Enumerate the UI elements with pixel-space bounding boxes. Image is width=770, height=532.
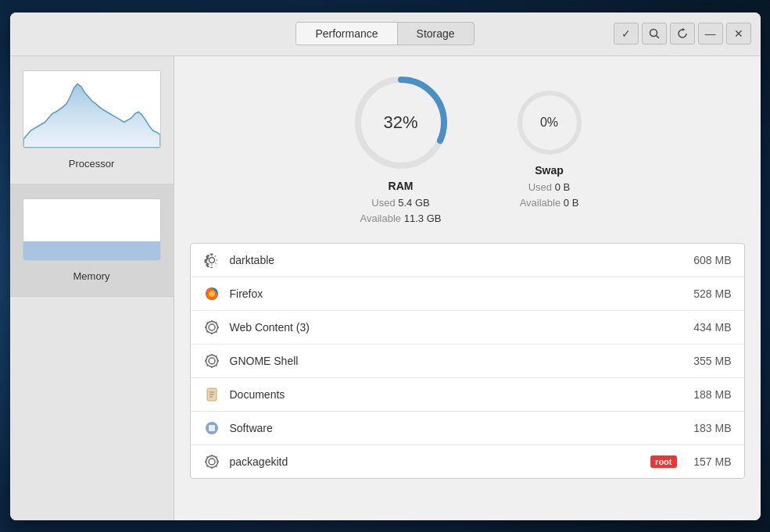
process-memory: 608 MB bbox=[685, 254, 732, 266]
svg-point-0 bbox=[650, 30, 657, 37]
svg-point-9 bbox=[209, 324, 215, 330]
table-row[interactable]: darktable 608 MB bbox=[191, 244, 744, 277]
svg-point-19 bbox=[209, 459, 215, 465]
process-memory: 183 MB bbox=[685, 422, 732, 434]
processor-chart bbox=[23, 70, 161, 148]
process-memory: 355 MB bbox=[685, 355, 732, 367]
refresh-button[interactable] bbox=[670, 23, 695, 45]
ram-percent: 32% bbox=[383, 112, 417, 133]
process-memory: 157 MB bbox=[685, 455, 732, 468]
main-content: Processor Memory bbox=[10, 56, 761, 520]
ram-title: RAM bbox=[389, 180, 414, 192]
main-window: Performance Storage ✓ — ✕ bbox=[10, 12, 761, 520]
svg-point-6 bbox=[209, 258, 214, 263]
software-icon bbox=[203, 420, 220, 437]
check-button[interactable]: ✓ bbox=[614, 23, 639, 45]
tab-performance[interactable]: Performance bbox=[296, 23, 397, 45]
process-memory: 434 MB bbox=[685, 321, 732, 334]
documents-icon bbox=[203, 386, 220, 403]
process-memory: 528 MB bbox=[685, 287, 732, 300]
search-button[interactable] bbox=[642, 23, 667, 45]
svg-line-1 bbox=[656, 36, 659, 39]
process-name: Software bbox=[230, 422, 685, 434]
firefox-icon bbox=[203, 285, 220, 302]
process-list: darktable 608 MB Firefox 528 MB bbox=[190, 243, 745, 479]
memory-label: Memory bbox=[16, 267, 167, 288]
gnome-shell-icon bbox=[203, 352, 220, 370]
memory-chart bbox=[23, 198, 161, 261]
process-name: GNOME Shell bbox=[230, 355, 685, 367]
root-badge: root bbox=[650, 455, 676, 468]
sidebar: Processor Memory bbox=[10, 56, 174, 520]
process-name: Web Content (3) bbox=[230, 321, 685, 334]
process-memory: 188 MB bbox=[685, 388, 732, 401]
titlebar-actions: ✓ — ✕ bbox=[614, 23, 751, 45]
webcontent-icon bbox=[203, 319, 220, 336]
ram-info: Used 5.4 GB Available 11.3 GB bbox=[360, 195, 442, 228]
minimize-button[interactable]: — bbox=[698, 23, 723, 45]
content-area[interactable]: 32% RAM Used 5.4 GB Available 11.3 GB bbox=[174, 56, 761, 520]
titlebar: Performance Storage ✓ — ✕ bbox=[10, 12, 761, 56]
close-button[interactable]: ✕ bbox=[726, 23, 751, 45]
svg-point-8 bbox=[209, 291, 215, 297]
table-row[interactable]: Firefox 528 MB bbox=[191, 277, 744, 311]
svg-rect-18 bbox=[209, 425, 215, 431]
table-row[interactable]: Software 183 MB bbox=[191, 412, 744, 445]
gauges-section: 32% RAM Used 5.4 GB Available 11.3 GB bbox=[190, 72, 745, 228]
sidebar-item-processor[interactable]: Processor bbox=[10, 56, 174, 184]
table-row[interactable]: packagekitd root 157 MB bbox=[191, 445, 744, 478]
swap-title: Swap bbox=[535, 164, 564, 177]
table-row[interactable]: Web Content (3) 434 MB bbox=[191, 311, 744, 345]
ram-gauge-container: 32% RAM Used 5.4 GB Available 11.3 GB bbox=[350, 72, 452, 228]
swap-gauge: 0% bbox=[514, 87, 585, 158]
tab-group: Performance Storage bbox=[295, 22, 474, 45]
process-name: Documents bbox=[230, 388, 685, 401]
swap-gauge-container: 0% Swap Used 0 B Available 0 B bbox=[514, 87, 585, 212]
swap-percent: 0% bbox=[540, 116, 558, 130]
process-name: packagekitd bbox=[230, 455, 651, 468]
ram-gauge: 32% bbox=[350, 72, 452, 173]
svg-point-10 bbox=[206, 322, 217, 334]
table-row[interactable]: Documents 188 MB bbox=[191, 378, 744, 412]
svg-point-20 bbox=[206, 456, 217, 468]
svg-point-12 bbox=[206, 355, 217, 367]
processor-label: Processor bbox=[16, 155, 167, 176]
svg-point-11 bbox=[209, 358, 215, 364]
process-name: darktable bbox=[230, 254, 685, 266]
darktable-icon bbox=[203, 252, 220, 269]
tab-storage[interactable]: Storage bbox=[398, 23, 474, 45]
sidebar-item-memory[interactable]: Memory bbox=[10, 184, 174, 297]
packagekitd-icon bbox=[203, 453, 220, 470]
swap-info: Used 0 B Available 0 B bbox=[520, 180, 579, 212]
process-name: Firefox bbox=[230, 287, 685, 300]
table-row[interactable]: GNOME Shell 355 MB bbox=[191, 345, 744, 378]
